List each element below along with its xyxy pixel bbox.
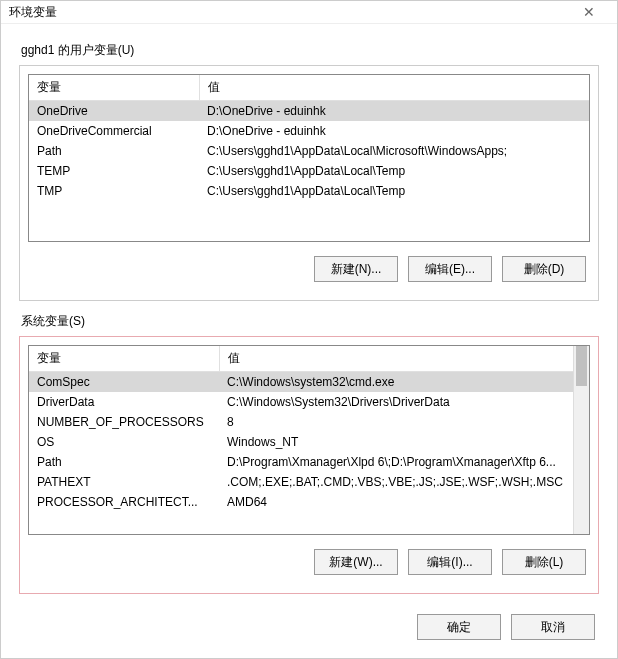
var-name: NUMBER_OF_PROCESSORS <box>29 412 219 432</box>
var-name: TMP <box>29 181 199 201</box>
sys-edit-button[interactable]: 编辑(I)... <box>408 549 492 575</box>
var-value: C:\Windows\System32\Drivers\DriverData <box>219 392 589 412</box>
window-title: 环境变量 <box>9 4 569 21</box>
var-value: .COM;.EXE;.BAT;.CMD;.VBS;.VBE;.JS;.JSE;.… <box>219 472 589 492</box>
table-row[interactable]: PathD:\Program\Xmanager\Xlpd 6\;D:\Progr… <box>29 452 589 472</box>
cancel-button[interactable]: 取消 <box>511 614 595 640</box>
user-vars-label: gghd1 的用户变量(U) <box>21 42 599 59</box>
var-value: Windows_NT <box>219 432 589 452</box>
sys-vars-label: 系统变量(S) <box>21 313 599 330</box>
scrollbar[interactable] <box>573 346 589 534</box>
var-value: D:\OneDrive - eduinhk <box>199 121 589 141</box>
var-name: ComSpec <box>29 372 219 393</box>
col-header-name[interactable]: 变量 <box>29 346 219 372</box>
user-delete-button[interactable]: 删除(D) <box>502 256 586 282</box>
table-row[interactable]: DriverDataC:\Windows\System32\Drivers\Dr… <box>29 392 589 412</box>
var-value: C:\Windows\system32\cmd.exe <box>219 372 589 393</box>
content: gghd1 的用户变量(U) 变量 值 OneDriveD:\OneDrive … <box>1 24 617 600</box>
sys-new-button[interactable]: 新建(W)... <box>314 549 398 575</box>
var-value: C:\Users\gghd1\AppData\Local\Microsoft\W… <box>199 141 589 161</box>
var-value: D:\OneDrive - eduinhk <box>199 101 589 122</box>
user-buttons: 新建(N)... 编辑(E)... 删除(D) <box>28 242 590 292</box>
col-header-value[interactable]: 值 <box>199 75 589 101</box>
close-icon[interactable]: ✕ <box>569 4 609 20</box>
sys-delete-button[interactable]: 删除(L) <box>502 549 586 575</box>
table-row[interactable]: PathC:\Users\gghd1\AppData\Local\Microso… <box>29 141 589 161</box>
table-row[interactable]: PROCESSOR_ARCHITECT...AMD64 <box>29 492 589 512</box>
table-row[interactable]: OneDriveCommercialD:\OneDrive - eduinhk <box>29 121 589 141</box>
var-value: 8 <box>219 412 589 432</box>
titlebar: 环境变量 ✕ <box>1 1 617 24</box>
user-new-button[interactable]: 新建(N)... <box>314 256 398 282</box>
env-dialog: 环境变量 ✕ gghd1 的用户变量(U) 变量 值 OneDriveD:\On… <box>0 0 618 659</box>
var-value: C:\Users\gghd1\AppData\Local\Temp <box>199 181 589 201</box>
var-name: OS <box>29 432 219 452</box>
var-name: TEMP <box>29 161 199 181</box>
table-row[interactable]: TEMPC:\Users\gghd1\AppData\Local\Temp <box>29 161 589 181</box>
table-row[interactable]: PATHEXT.COM;.EXE;.BAT;.CMD;.VBS;.VBE;.JS… <box>29 472 589 492</box>
sys-buttons: 新建(W)... 编辑(I)... 删除(L) <box>28 535 590 585</box>
sys-vars-group: 变量 值 ComSpecC:\Windows\system32\cmd.exeD… <box>19 336 599 594</box>
table-row[interactable]: OSWindows_NT <box>29 432 589 452</box>
var-value: AMD64 <box>219 492 589 512</box>
table-row[interactable]: TMPC:\Users\gghd1\AppData\Local\Temp <box>29 181 589 201</box>
user-edit-button[interactable]: 编辑(E)... <box>408 256 492 282</box>
var-name: OneDrive <box>29 101 199 122</box>
table-row[interactable]: NUMBER_OF_PROCESSORS8 <box>29 412 589 432</box>
var-name: Path <box>29 141 199 161</box>
var-value: D:\Program\Xmanager\Xlpd 6\;D:\Program\X… <box>219 452 589 472</box>
var-name: Path <box>29 452 219 472</box>
var-name: PROCESSOR_ARCHITECT... <box>29 492 219 512</box>
sys-vars-table[interactable]: 变量 值 ComSpecC:\Windows\system32\cmd.exeD… <box>28 345 590 535</box>
var-name: OneDriveCommercial <box>29 121 199 141</box>
user-vars-table[interactable]: 变量 值 OneDriveD:\OneDrive - eduinhkOneDri… <box>28 74 590 242</box>
table-row[interactable]: ComSpecC:\Windows\system32\cmd.exe <box>29 372 589 393</box>
col-header-name[interactable]: 变量 <box>29 75 199 101</box>
dialog-footer: 确定 取消 <box>1 600 617 658</box>
ok-button[interactable]: 确定 <box>417 614 501 640</box>
var-value: C:\Users\gghd1\AppData\Local\Temp <box>199 161 589 181</box>
scroll-thumb[interactable] <box>576 346 587 386</box>
table-row[interactable]: OneDriveD:\OneDrive - eduinhk <box>29 101 589 122</box>
col-header-value[interactable]: 值 <box>219 346 589 372</box>
var-name: PATHEXT <box>29 472 219 492</box>
var-name: DriverData <box>29 392 219 412</box>
user-vars-group: 变量 值 OneDriveD:\OneDrive - eduinhkOneDri… <box>19 65 599 301</box>
